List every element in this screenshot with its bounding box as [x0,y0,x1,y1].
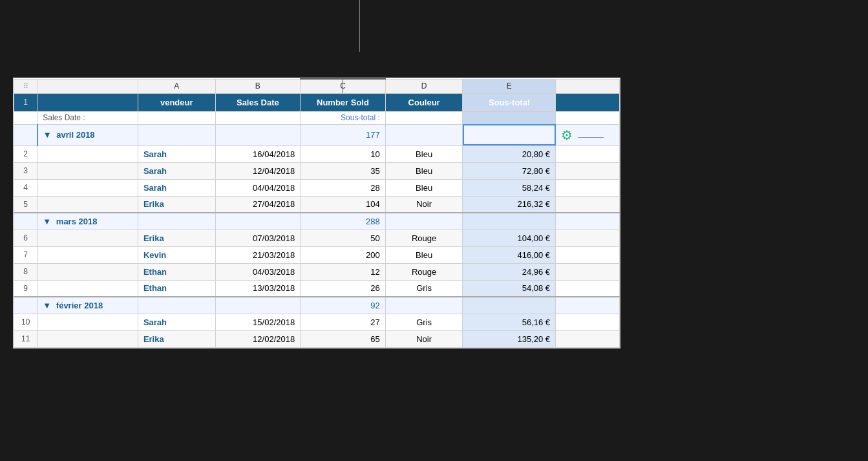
sous-total-cell: 58,24 € [463,179,556,196]
group-label-mars: mars 2018 [56,217,98,226]
group-header-avril: ▼ avril 2018 177 ⚙ [14,124,620,145]
group-row-handle-mars [14,213,37,230]
vendor-cell: Sarah [138,314,215,330]
group-fevrier-e [463,297,556,314]
col-header-b[interactable]: B [215,79,301,93]
group-header-fevrier: ▼ février 2018 92 [14,297,620,314]
sous-total-cell: 24,96 € [463,263,556,280]
vendor-cell: Erika [138,330,215,347]
row-num-2: 2 [14,145,37,162]
group-fevrier-extra [556,297,620,314]
extra-cell [556,196,620,213]
sales-date-label: Sales Date : [37,111,138,124]
vendor-cell: Ethan [138,280,215,297]
vendor-cell: Sarah [138,145,215,162]
couleur-cell: Rouge [385,230,463,246]
number-sold-cell: 50 [301,230,386,246]
number-sold-cell: 26 [301,280,386,297]
couleur-cell: Gris [385,314,463,330]
row-num-6: 6 [14,230,37,246]
number-sold-cell: 65 [301,330,386,347]
couleur-cell: Gris [385,280,463,297]
table-row: 3 Sarah 12/04/2018 35 Bleu 72,80 € [14,162,620,179]
group-mars-extra [556,213,620,230]
date-cell: 16/04/2018 [215,145,301,162]
blank-col [37,263,138,280]
row-num-9: 9 [14,280,37,297]
header-couleur: Couleur [385,93,463,111]
expand-arrow-icon-mars[interactable]: ▼ [43,217,51,226]
number-sold-cell: 35 [301,162,386,179]
number-sold-cell: 10 [301,145,386,162]
gear-icon[interactable]: ⚙ [561,127,573,143]
group-label-fevrier: février 2018 [56,301,103,310]
group-name-mars[interactable]: ▼ mars 2018 [37,213,138,230]
column-header-row: ⠿ A B C D E [14,79,620,93]
group-name-avril[interactable]: ▼ avril 2018 [37,124,138,145]
blank-col [37,230,138,246]
date-cell: 04/04/2018 [215,179,301,196]
group-mars-d [385,213,463,230]
table-row: 10 Sarah 15/02/2018 27 Gris 56,16 € [14,314,620,330]
row-num-3: 3 [14,162,37,179]
data-header-row: 1 vendeur Sales Date Number Sold Couleur… [14,93,620,111]
group-mars-subtotal: 288 [301,213,386,230]
col-header-a[interactable]: A [138,79,215,93]
group-avril-e[interactable] [463,124,556,145]
table-row: 8 Ethan 04/03/2018 12 Rouge 24,96 € [14,263,620,280]
group-mars-b [215,213,301,230]
couleur-cell: Noir [385,196,463,213]
sous-total-cell: 216,32 € [463,196,556,213]
blank-col [37,179,138,196]
expand-arrow-icon-fevrier[interactable]: ▼ [43,301,51,310]
sous-total-cell: 72,80 € [463,162,556,179]
couleur-cell: Noir [385,330,463,347]
table-row: 9 Ethan 13/03/2018 26 Gris 54,08 € [14,280,620,297]
blank-extra [556,111,620,124]
row-num-4: 4 [14,179,37,196]
blank-col [37,145,138,162]
extra-cell [556,280,620,297]
date-cell: 21/03/2018 [215,246,301,263]
date-cell: 07/03/2018 [215,230,301,246]
col-header-e[interactable]: E [463,79,556,93]
date-cell: 13/03/2018 [215,280,301,297]
vendor-cell: Ethan [138,263,215,280]
table-row: 4 Sarah 04/04/2018 28 Bleu 58,24 € [14,179,620,196]
blank-col [37,330,138,347]
table-row: 11 Erika 12/02/2018 65 Noir 135,20 € [14,330,620,347]
header-extra [556,93,620,111]
col-header-c[interactable]: C [301,79,386,93]
date-cell: 27/04/2018 [215,196,301,213]
header-blank [37,93,138,111]
group-fevrier-b [215,297,301,314]
extra-cell [556,246,620,263]
vendor-cell: Kevin [138,246,215,263]
vendor-cell: Sarah [138,179,215,196]
blank-col [37,196,138,213]
blank-col [37,246,138,263]
group-name-fevrier[interactable]: ▼ février 2018 [37,297,138,314]
group-row-handle-fevrier [14,297,37,314]
blank-col [37,162,138,179]
col-header-d[interactable]: D [385,79,463,93]
table-row: 2 Sarah 16/04/2018 10 Bleu 20,80 € [14,145,620,162]
number-sold-cell: 12 [301,263,386,280]
group-mars-a [138,213,215,230]
row-num-8: 8 [14,263,37,280]
col-header-blank[interactable] [37,79,138,93]
sous-total-cell: 104,00 € [463,230,556,246]
sous-total-cell: 56,16 € [463,314,556,330]
sous-total-cell: 54,08 € [463,280,556,297]
row-num-10: 10 [14,314,37,330]
header-number-sold: Number Sold [301,93,386,111]
row-num-11: 11 [14,330,37,347]
extra-cell [556,230,620,246]
blank-col [37,280,138,297]
group-row-handle [14,124,37,145]
table-row: 7 Kevin 21/03/2018 200 Bleu 416,00 € [14,246,620,263]
expand-arrow-icon[interactable]: ▼ [43,130,52,140]
sous-total-cell: 135,20 € [463,330,556,347]
group-avril-d [385,124,463,145]
vendor-cell: Sarah [138,162,215,179]
